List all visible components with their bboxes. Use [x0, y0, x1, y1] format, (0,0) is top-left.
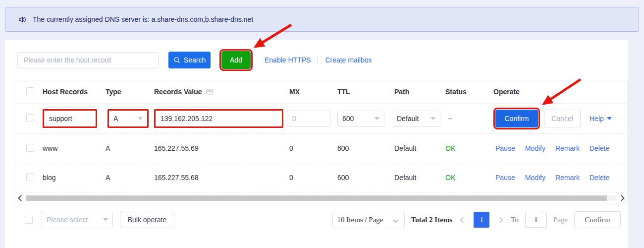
mx-cell: 0	[287, 144, 337, 152]
delete-link[interactable]: Delete	[590, 174, 609, 182]
content-card: Search Add Enable HTTPS Create mailbox H…	[5, 40, 628, 248]
dns-server-banner: The currently assigned DNS server is: a.…	[5, 7, 639, 32]
path-cell: Default	[392, 174, 445, 182]
col-operate: Operate	[493, 88, 627, 96]
speaker-icon	[17, 15, 27, 24]
horizontal-scrollbar	[15, 192, 627, 204]
record-value-input[interactable]	[154, 109, 283, 128]
value-cell: 165.227.55.68	[154, 174, 287, 182]
table-footer: Please select Bulk operate 10 Items / Pa…	[5, 210, 628, 230]
type-cell: A	[106, 144, 154, 152]
table-row: www A 165.227.55.69 0 600 Default OK Pau…	[15, 134, 627, 163]
col-host-records: Host Records	[43, 88, 106, 96]
remark-link[interactable]: Remark	[555, 144, 580, 152]
goto-page-input[interactable]	[525, 212, 547, 228]
delete-link[interactable]: Delete	[590, 144, 609, 152]
type-select-value: A	[113, 115, 118, 123]
page-number-button[interactable]: 1	[474, 212, 489, 228]
goto-suffix-label: Page	[553, 216, 568, 224]
create-mailbox-link[interactable]: Create mailbox	[325, 56, 372, 64]
type-select[interactable]: A	[107, 109, 149, 128]
modify-link[interactable]: Modify	[525, 174, 545, 182]
select-all-checkbox[interactable]	[26, 87, 34, 95]
pause-link[interactable]: Pause	[495, 144, 515, 152]
chevron-left-icon[interactable]	[459, 216, 467, 224]
page-size-value: 10 Items / Page	[337, 216, 383, 224]
chevron-right-icon[interactable]	[496, 216, 504, 224]
footer-select-all-checkbox[interactable]	[25, 216, 33, 224]
caret-down-icon	[607, 117, 612, 120]
path-select[interactable]: Default	[392, 111, 440, 127]
banner-text: The currently assigned DNS server is: a.…	[33, 15, 253, 23]
status-value: --	[445, 115, 493, 123]
field-box-icon[interactable]	[206, 88, 213, 95]
status-badge: OK	[445, 174, 493, 182]
ttl-select[interactable]: 600	[337, 111, 384, 127]
edit-record-row: A 600 Default -- Confirm	[15, 104, 627, 134]
path-select-value: Default	[397, 115, 419, 123]
pagination: 10 Items / Page Total 2 Items 1 To Page …	[332, 211, 621, 228]
link-divider	[318, 57, 318, 64]
dns-records-table: Host Records Type Records Value MX TTL P…	[15, 80, 628, 204]
table-header-row: Host Records Type Records Value MX TTL P…	[15, 80, 627, 104]
host-cell: blog	[43, 174, 106, 182]
ttl-cell: 600	[337, 144, 392, 152]
help-dropdown[interactable]: Help	[590, 115, 612, 123]
search-button-label: Search	[184, 56, 206, 64]
row-checkbox[interactable]	[26, 144, 34, 152]
pagination-confirm-button[interactable]: Confirm	[574, 211, 621, 228]
ttl-cell: 600	[337, 174, 392, 182]
mx-input[interactable]	[287, 111, 330, 127]
search-input[interactable]	[17, 52, 159, 68]
modify-link[interactable]: Modify	[525, 144, 545, 152]
caret-down-icon	[138, 117, 143, 120]
add-button[interactable]: Add	[221, 51, 251, 69]
ttl-select-value: 600	[342, 115, 354, 123]
scrollbar-thumb[interactable]	[26, 195, 607, 201]
value-cell: 165.227.55.69	[154, 144, 287, 152]
toolbar: Search Add Enable HTTPS Create mailbox	[5, 40, 628, 69]
cancel-button[interactable]: Cancel	[544, 110, 581, 127]
host-record-input[interactable]	[43, 109, 97, 128]
row-checkbox[interactable]	[26, 173, 34, 181]
search-icon	[173, 57, 180, 63]
bulk-operate-button[interactable]: Bulk operate	[120, 212, 174, 228]
host-cell: www	[43, 144, 106, 152]
mx-cell: 0	[287, 174, 337, 182]
total-items-label: Total 2 Items	[411, 216, 453, 224]
caret-down-icon	[375, 117, 379, 120]
path-cell: Default	[392, 144, 445, 152]
scrollbar-track[interactable]	[26, 195, 616, 201]
pause-link[interactable]: Pause	[495, 174, 515, 182]
col-type: Type	[106, 88, 154, 96]
search-button[interactable]: Search	[168, 52, 211, 68]
confirm-button[interactable]: Confirm	[495, 110, 538, 127]
remark-link[interactable]: Remark	[555, 174, 580, 182]
col-status: Status	[445, 88, 493, 96]
enable-https-link[interactable]: Enable HTTPS	[265, 56, 311, 64]
type-cell: A	[106, 174, 154, 182]
bulk-select-value: Please select	[47, 216, 88, 224]
page-size-select[interactable]: 10 Items / Page	[332, 212, 405, 228]
status-badge: OK	[445, 144, 493, 152]
caret-down-icon	[430, 117, 435, 120]
caret-down-icon	[103, 218, 108, 221]
chevron-down-icon	[391, 216, 400, 224]
col-path: Path	[392, 88, 445, 96]
col-mx: MX	[287, 88, 337, 96]
help-label: Help	[590, 115, 604, 123]
chevron-left-icon[interactable]	[17, 194, 25, 202]
table-row: blog A 165.227.55.68 0 600 Default OK Pa…	[15, 163, 627, 192]
bulk-action-select[interactable]: Please select	[42, 212, 113, 228]
row-checkbox[interactable]	[26, 114, 34, 122]
col-records-value: Records Value	[154, 88, 202, 96]
chevron-right-icon[interactable]	[617, 194, 626, 202]
col-ttl: TTL	[337, 88, 392, 96]
goto-prefix-label: To	[511, 216, 519, 224]
